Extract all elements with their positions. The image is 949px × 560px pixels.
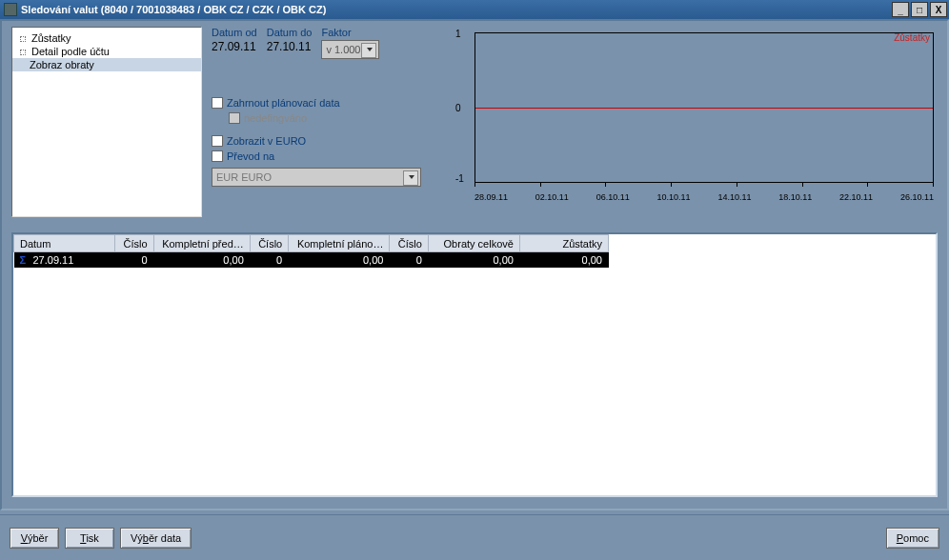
tisk-button[interactable]: Tisk <box>65 528 114 549</box>
data-table: Datum Číslo Kompletní před… Číslo Komple… <box>13 234 609 268</box>
checkbox-zahrnout[interactable] <box>212 97 223 109</box>
col-datum[interactable]: Datum <box>14 235 115 252</box>
label-nedef: nedefingváno <box>244 112 307 124</box>
tree-item-zustatky[interactable]: Zůstatky <box>12 31 201 45</box>
currency-select[interactable]: EUR EURO <box>212 168 421 187</box>
table-header-row: Datum Číslo Kompletní před… Číslo Komple… <box>14 235 609 252</box>
value-datum-do: 27.10.11 <box>267 40 313 53</box>
minimize-button[interactable]: _ <box>892 2 909 17</box>
tree-item-detail[interactable]: Detail podle účtu <box>12 45 201 58</box>
window-title: Sledování valut (8040 / 7001038483 / OBK… <box>21 4 892 15</box>
pomoc-button[interactable]: Pomoc <box>886 528 939 549</box>
chevron-down-icon <box>409 175 414 179</box>
tree-item-obraty[interactable]: Zobraz obraty <box>12 58 201 71</box>
vyber-data-button[interactable]: Výběr data <box>120 528 192 549</box>
col-komp2[interactable]: Kompletní pláno… <box>289 235 390 252</box>
data-table-wrap: Datum Číslo Kompletní před… Číslo Komple… <box>11 232 938 497</box>
col-cislo2[interactable]: Číslo <box>250 235 288 252</box>
label-euro: Zobrazit v EURO <box>227 135 306 147</box>
content-area: Zůstatky Detail podle účtu Zobraz obraty… <box>0 19 949 510</box>
close-button[interactable]: X <box>930 2 947 17</box>
table-row[interactable]: Σ27.09.11 0 0,00 0 0,00 0 0,00 0,00 <box>14 252 609 268</box>
label-datum-od: Datum od <box>212 27 257 38</box>
chart-series-line <box>475 108 933 109</box>
col-cislo1[interactable]: Číslo <box>115 235 153 252</box>
label-faktor: Faktor <box>321 27 378 38</box>
col-komp1[interactable]: Kompletní před… <box>153 235 250 252</box>
nav-tree: Zůstatky Detail podle účtu Zobraz obraty <box>11 27 202 217</box>
col-cislo3[interactable]: Číslo <box>390 235 428 252</box>
vyber-button[interactable]: Výběr <box>10 528 59 549</box>
chevron-down-icon <box>367 48 373 51</box>
checkbox-nedef[interactable] <box>229 112 240 124</box>
chart: Zůstatky 1 0 -1 28.09.11 02.10.11 06.10.… <box>452 27 938 208</box>
y-tick: 1 <box>455 29 461 39</box>
faktor-select[interactable]: v 1.000 <box>321 40 378 59</box>
chart-plot-area <box>474 32 934 183</box>
titlebar: Sledování valut (8040 / 7001038483 / OBK… <box>0 0 949 19</box>
maximize-button[interactable]: □ <box>911 2 928 17</box>
label-datum-do: Datum do <box>267 27 313 38</box>
y-tick: -1 <box>455 173 464 184</box>
x-ticks: 28.09.11 02.10.11 06.10.11 10.10.11 14.1… <box>474 192 934 202</box>
value-datum-od: 27.09.11 <box>212 40 257 53</box>
filter-form: Datum od 27.09.11 Datum do 27.10.11 Fakt… <box>212 27 440 187</box>
sigma-icon: Σ <box>20 254 33 266</box>
col-obraty[interactable]: Obraty celkově <box>428 235 519 252</box>
col-zustatky[interactable]: Zůstatky <box>519 235 608 252</box>
bottom-toolbar: Výběr Tisk Výběr data Pomoc <box>0 514 949 560</box>
y-tick: 0 <box>455 103 461 113</box>
checkbox-euro[interactable] <box>212 135 223 147</box>
checkbox-prevod[interactable] <box>212 150 223 162</box>
app-icon <box>4 3 17 16</box>
label-prevod: Převod na <box>227 150 274 162</box>
x-tick-marks <box>474 182 934 187</box>
label-zahrnout: Zahrnout plánovací data <box>227 97 340 109</box>
